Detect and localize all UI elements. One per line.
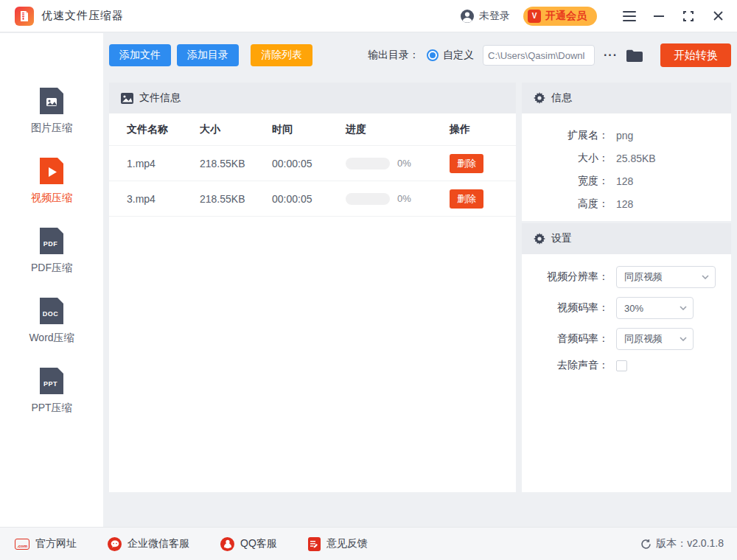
website-icon: .com xyxy=(15,539,29,550)
update-icon xyxy=(640,539,652,550)
qq-icon xyxy=(220,537,234,551)
custom-radio[interactable] xyxy=(427,49,439,61)
maximize-button[interactable] xyxy=(674,0,703,32)
version-label: 版本：v2.0.1.8 xyxy=(656,537,724,550)
settings-header: 设置 xyxy=(522,223,731,254)
file-info-icon xyxy=(121,93,133,104)
pdf-badge: PDF xyxy=(38,240,63,248)
sidebar-item-label: 图片压缩 xyxy=(31,122,72,135)
close-icon xyxy=(713,11,723,21)
login-status[interactable]: 未登录 xyxy=(460,9,510,24)
file-name: 3.mp4 xyxy=(109,193,200,205)
chevron-down-icon xyxy=(702,275,709,279)
progress-bar xyxy=(346,193,390,205)
settings-title: 设置 xyxy=(551,232,572,245)
add-file-button[interactable]: 添加文件 xyxy=(109,44,171,66)
sidebar-item-ppt-compress[interactable]: PPT PPT压缩 xyxy=(31,366,71,415)
sidebar-item-word-compress[interactable]: DOC Word压缩 xyxy=(29,296,74,345)
mute-checkbox[interactable] xyxy=(616,360,627,371)
pdf-file-icon: PDF xyxy=(38,226,65,256)
minimize-icon xyxy=(654,15,664,17)
progress-bar xyxy=(346,158,390,169)
audio-bitrate-select[interactable]: 同原视频 xyxy=(616,328,694,350)
video-bitrate-select[interactable]: 30% xyxy=(616,297,694,319)
sidebar-item-image-compress[interactable]: 图片压缩 xyxy=(31,86,72,135)
clear-list-button[interactable]: 清除列表 xyxy=(251,44,312,66)
wechat-icon xyxy=(108,537,122,551)
col-action: 操作 xyxy=(450,123,516,136)
open-vip-button[interactable]: V 开通会员 xyxy=(523,7,597,26)
doc-badge: DOC xyxy=(38,310,63,318)
progress-percent: 0% xyxy=(397,158,411,169)
file-time: 00:00:05 xyxy=(272,158,346,169)
minimize-button[interactable] xyxy=(644,0,674,32)
info-header: 信息 xyxy=(522,83,731,113)
add-directory-button[interactable]: 添加目录 xyxy=(177,44,239,66)
info-row-extension: 扩展名： png xyxy=(522,124,731,147)
delete-button[interactable]: 删除 xyxy=(450,154,483,173)
progress-percent: 0% xyxy=(397,193,411,204)
mute-label: 去除声音： xyxy=(522,359,609,372)
info-row-height: 高度： 128 xyxy=(522,192,731,215)
maximize-icon xyxy=(683,11,694,21)
delete-button[interactable]: 删除 xyxy=(450,189,483,209)
col-progress: 进度 xyxy=(346,123,450,136)
sidebar-item-label: PPT压缩 xyxy=(31,402,71,415)
video-bitrate-label: 视频码率： xyxy=(522,301,609,315)
feedback-link[interactable]: 意见反馈 xyxy=(308,537,368,551)
vip-icon: V xyxy=(528,10,541,23)
info-panel: 信息 扩展名： png 大小： 25.85KB 宽度： 128 高度： 128 xyxy=(522,83,731,221)
video-file-icon xyxy=(38,156,65,186)
title-bar: 优速文件压缩器 未登录 V 开通会员 xyxy=(0,0,737,32)
login-status-label: 未登录 xyxy=(479,10,510,23)
close-button[interactable] xyxy=(703,0,733,32)
file-info-title: 文件信息 xyxy=(139,91,181,105)
browse-more-button[interactable]: ··· xyxy=(604,49,618,62)
col-size: 大小 xyxy=(200,123,272,136)
sidebar-item-label: PDF压缩 xyxy=(31,262,72,275)
sidebar-item-pdf-compress[interactable]: PDF PDF压缩 xyxy=(31,226,72,275)
sidebar-item-video-compress[interactable]: 视频压缩 xyxy=(31,156,72,205)
info-row-width: 宽度： 128 xyxy=(522,169,731,192)
col-name: 文件名称 xyxy=(109,123,200,136)
custom-radio-label: 自定义 xyxy=(443,49,474,62)
menu-button[interactable] xyxy=(615,0,644,32)
doc-file-icon: DOC xyxy=(38,296,65,326)
start-convert-button[interactable]: 开始转换 xyxy=(660,43,731,67)
sidebar-item-label: 视频压缩 xyxy=(31,192,72,205)
table-row[interactable]: 3.mp4 218.55KB 00:00:05 0% 删除 xyxy=(109,181,516,217)
table-row[interactable]: 1.mp4 218.55KB 00:00:05 0% 删除 xyxy=(109,146,516,181)
file-info-panel: 文件信息 文件名称 大小 时间 进度 操作 1.mp4 218.55KB 00:… xyxy=(109,83,516,492)
wechat-support-link[interactable]: 企业微信客服 xyxy=(108,537,189,551)
open-folder-button[interactable] xyxy=(626,49,643,62)
ppt-badge: PPT xyxy=(38,380,63,388)
file-info-header: 文件信息 xyxy=(109,83,516,113)
settings-panel: 设置 视频分辨率： 同原视频 视频码率： 30% 音频码率： 同原视 xyxy=(522,223,731,492)
col-time: 时间 xyxy=(272,123,346,136)
sidebar-item-label: Word压缩 xyxy=(29,332,74,345)
resolution-label: 视频分辨率： xyxy=(522,270,609,284)
image-file-icon xyxy=(38,86,65,116)
output-dir-label: 输出目录： xyxy=(368,49,419,62)
qq-support-link[interactable]: QQ客服 xyxy=(220,537,277,551)
info-row-size: 大小： 25.85KB xyxy=(522,147,731,169)
table-header-row: 文件名称 大小 时间 进度 操作 xyxy=(109,113,516,146)
setting-mute: 去除声音： xyxy=(522,359,731,372)
ppt-file-icon: PPT xyxy=(38,366,65,396)
official-site-link[interactable]: .com 官方网址 xyxy=(15,537,77,550)
output-path-input[interactable] xyxy=(483,45,595,66)
chevron-down-icon xyxy=(680,306,687,310)
gear-icon xyxy=(534,92,545,104)
gear-icon xyxy=(534,233,545,245)
file-time: 00:00:05 xyxy=(272,193,346,205)
file-size: 218.55KB xyxy=(200,158,272,169)
setting-video-bitrate: 视频码率： 30% xyxy=(522,297,731,319)
toolbar: 添加文件 添加目录 清除列表 输出目录： 自定义 ··· 开始转换 xyxy=(109,43,731,68)
user-icon xyxy=(460,9,475,24)
app-title: 优速文件压缩器 xyxy=(41,9,124,23)
setting-resolution: 视频分辨率： 同原视频 xyxy=(522,266,731,288)
version-info: 版本：v2.0.1.8 xyxy=(640,537,724,550)
resolution-select[interactable]: 同原视频 xyxy=(616,266,716,288)
chevron-down-icon xyxy=(680,337,687,341)
folder-icon xyxy=(626,49,643,62)
